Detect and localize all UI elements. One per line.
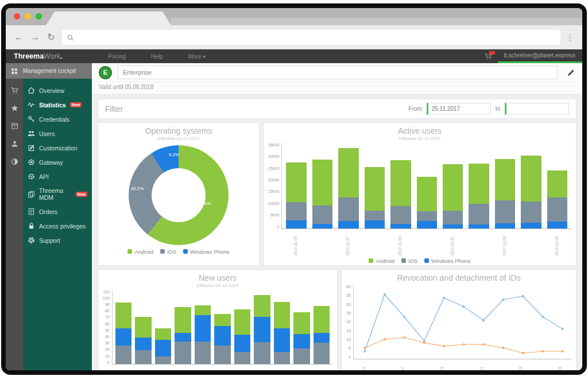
bar-segment [390,160,411,206]
x-tick-label: 2017-12-03 [492,229,518,255]
sidebar-item-api[interactable]: API [23,169,92,184]
address-input[interactable] [78,33,556,41]
sidebar-item-overview[interactable]: Overview [23,83,92,98]
filter-from-input[interactable] [427,103,491,115]
sidebar-item-label: API [39,173,49,180]
x-tick-label [466,229,492,255]
x-tick-label: 2017-11-29 [433,359,452,375]
nav-item-pricing[interactable]: Pricing [109,53,126,60]
cart-icon[interactable] [11,87,18,94]
x-tick-label: 2017-12-05 [551,359,570,375]
sidebar-header[interactable]: Management cockpit [6,63,92,79]
x-tick-label [292,365,312,375]
plan-badge: E [99,66,112,79]
x-axis: 2017-11-252017-11-272017-11-292017-12-01… [281,229,571,255]
grid-icon [11,68,18,75]
legend-swatch [183,249,188,254]
sidebar-item-gateway[interactable]: Gateway [23,155,92,169]
browser-menu-icon[interactable]: ⋮ [566,33,574,42]
filter-to-label: to [496,106,500,112]
minimize-window-button[interactable] [25,13,31,20]
user-email[interactable]: b.schreiner@planet.express [498,49,582,63]
x-tick-label [518,229,544,255]
x-tick-label: 2017-12-01 [472,359,492,375]
browser-tab[interactable] [46,11,171,25]
y-tick-label: 40 [346,285,351,289]
bar-segment [312,224,332,228]
nav-item-help[interactable]: Help [151,53,163,60]
bar-segment [286,162,306,202]
key-icon [28,115,35,123]
sidebar-item-label: Customization [39,145,78,152]
bar-segment [547,170,567,197]
x-tick-label: 2017-12-01 [232,365,252,375]
bar-segment [443,224,463,228]
sidebar-item-access-privileges[interactable]: Access privileges [23,219,92,233]
y-tick-label: 50 [105,328,110,332]
zoom-window-button[interactable] [36,13,42,20]
sidebar-item-customization[interactable]: Customization [23,141,92,155]
bar-segment [135,350,151,363]
customization-icon [28,144,35,152]
sidebar-item-support[interactable]: Support [23,233,92,247]
bar-segment [338,221,358,228]
y-tick-label: 20000 [268,178,279,182]
logo-primary: Threema [14,52,44,60]
star-icon[interactable] [11,104,18,112]
bar-segment [469,164,489,204]
bar [234,290,250,364]
bar-segment [521,201,541,223]
y-axis: 1101009080706050403020100 [103,290,112,365]
y-tick-label: 30 [346,303,351,307]
bar-segment [365,167,385,211]
bar-segment [135,317,151,338]
sidebar-item-orders[interactable]: Orders [23,204,92,219]
legend-item: Android [369,258,394,264]
chart-subtitle: Effective 04.12.2017 [103,283,332,288]
bar [547,143,567,228]
sidebar-item-users[interactable]: Users [23,126,92,141]
sidebar-item-threema-mdm[interactable]: Threema MDMNew [23,184,92,204]
sidebar-item-credentials[interactable]: Credentials [23,112,92,126]
bar-segment [234,335,250,351]
plan-name-input[interactable] [118,65,558,79]
filter-to-input[interactable] [505,103,569,115]
sidebar-item-label: Access privileges [39,223,86,230]
bar-segment [254,295,270,317]
box-icon[interactable] [11,122,18,130]
y-tick-label: 15 [346,329,351,333]
bar [338,143,358,228]
person-icon[interactable] [11,140,18,148]
filter-panel: Filter From to [98,99,577,119]
x-tick-label [212,365,233,375]
forward-button[interactable]: → [30,33,40,42]
bar-segment [469,204,489,224]
sidebar-item-label: Credentials [39,116,69,123]
users-icon [28,130,35,137]
pencil-icon[interactable] [567,68,575,77]
bar-segment [155,328,171,340]
x-tick-label: 2017-11-27 [153,365,173,375]
logo-dot: . [60,52,62,60]
nav-item-more[interactable]: More ▾ [188,53,206,60]
reload-button[interactable]: ↻ [46,33,56,42]
y-tick-label: 40 [105,335,110,339]
bar-segment [293,312,310,335]
sidebar-item-statistics[interactable]: StatisticsNew [23,98,92,112]
chart-subtitle: Effective 04.12.2017 [103,136,254,141]
y-tick-label: 90 [105,303,110,307]
globe-icon[interactable] [11,158,18,165]
close-window-button[interactable] [14,13,20,20]
api-icon [28,173,35,180]
x-axis: 2017-11-252017-11-272017-11-292017-12-01… [353,359,571,375]
legend-label: Windows Phone [190,249,230,255]
threema-work-logo[interactable]: ThreemaWork. [6,49,63,63]
legend-item: Windows Phone [183,249,230,255]
line-chart-canvas [355,285,570,359]
bar-segment [175,333,191,342]
cart-notification-button[interactable] [485,49,492,63]
address-bar[interactable] [62,30,560,45]
bar-segment [417,177,437,211]
back-button[interactable]: ← [14,33,24,42]
legend-swatch [160,249,165,254]
